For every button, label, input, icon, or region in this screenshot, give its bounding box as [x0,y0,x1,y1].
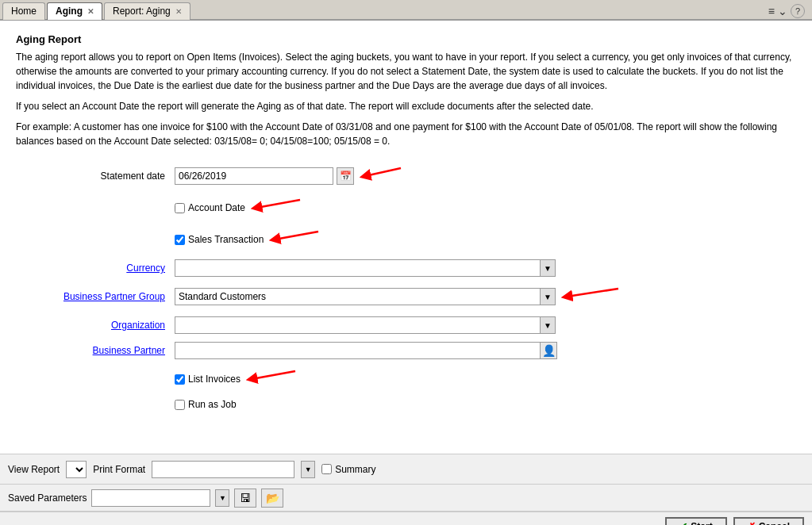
action-bar: ✔ Start ✗ Cancel [0,511,812,525]
arrow-account-date [248,196,304,220]
tab-report-aging[interactable]: Report: Aging ✕ [104,2,190,20]
svg-line-4 [252,371,295,379]
print-format-label: Print Format [93,464,145,475]
tab-aging-label: Aging [56,6,83,17]
saved-params-dropdown-btn[interactable]: ▼ [215,489,229,507]
list-invoices-label: List Invoices [188,374,241,385]
load-params-btn[interactable]: 📂 [261,489,283,508]
summary-check: Summary [321,464,375,475]
currency-input[interactable] [175,259,540,277]
expand-icon[interactable]: ⌄ [778,5,787,17]
tab-controls: ≡ ⌄ ? [768,4,810,18]
arrow-sales-transaction [267,228,322,251]
saved-params-bar: Saved Parameters ▼ 🖫 📂 [0,484,812,511]
main-content: Aging Report The aging report allows you… [0,21,812,454]
report-title: Aging Report [16,33,796,45]
bp-group-dropdown: ▼ [175,288,556,305]
bp-input[interactable] [175,342,540,359]
bottom-toolbar: View Report Print Format ▼ Summary [0,454,812,484]
svg-line-1 [256,200,300,208]
sales-transaction-row: Sales Transaction [16,228,796,251]
start-label: Start [691,521,712,525]
start-button[interactable]: ✔ Start [665,517,726,525]
account-date-row: Account Date [16,196,796,220]
bp-row: Business Partner 👤 [16,342,796,359]
tab-home-label: Home [11,6,37,17]
form-area: Statement date 📅 Account Date Sales Tra [16,164,796,410]
statement-date-row: Statement date 📅 [16,164,796,188]
cancel-button[interactable]: ✗ Cancel [733,517,804,525]
save-icon: 🖫 [240,492,251,504]
statement-date-label: Statement date [16,171,175,182]
bp-label[interactable]: Business Partner [16,345,175,356]
print-format-dropdown-btn[interactable]: ▼ [301,461,315,478]
statement-date-input[interactable] [175,167,333,185]
organization-input[interactable] [175,316,540,334]
organization-row: Organization ▼ [16,316,796,334]
calendar-icon[interactable]: 📅 [337,167,354,185]
tab-report-aging-label: Report: Aging [113,6,171,17]
help-icon[interactable]: ? [791,4,805,18]
run-as-job-label: Run as Job [188,399,237,410]
arrow-list-invoices [244,367,299,391]
currency-row: Currency ▼ [16,259,796,277]
list-invoices-checkbox[interactable] [175,374,185,385]
bp-person-icon[interactable]: 👤 [540,342,557,359]
date-container: 📅 [175,167,354,185]
organization-dropdown: ▼ [175,316,556,334]
bp-group-dropdown-btn[interactable]: ▼ [540,288,556,305]
print-format-input[interactable] [152,461,294,478]
account-date-checkbox[interactable] [175,203,185,213]
report-description2: If you select an Account Date the report… [16,99,796,113]
arrow-statement-date [357,164,405,188]
currency-label[interactable]: Currency [16,262,175,274]
cancel-x-icon: ✗ [748,521,756,525]
cancel-label: Cancel [759,521,790,525]
bp-group-input[interactable] [175,288,540,305]
report-description1: The aging report allows you to report on… [16,50,796,93]
saved-params-label: Saved Parameters [8,492,87,504]
start-check-icon: ✔ [679,521,687,525]
currency-dropdown-btn[interactable]: ▼ [540,259,556,277]
saved-params-input[interactable] [91,489,210,507]
svg-line-0 [365,168,401,176]
tab-aging[interactable]: Aging ✕ [47,2,102,20]
tab-home[interactable]: Home [2,2,45,20]
sales-transaction-label: Sales Transaction [188,234,264,245]
organization-dropdown-btn[interactable]: ▼ [540,316,556,334]
list-invoices-row: List Invoices [16,367,796,391]
sales-transaction-checkbox[interactable] [175,235,185,245]
view-report-label: View Report [8,464,60,475]
bp-dropdown: 👤 [175,342,557,359]
organization-label[interactable]: Organization [16,320,175,331]
tab-report-aging-close[interactable]: ✕ [175,7,182,16]
account-date-label: Account Date [188,202,245,213]
summary-label: Summary [335,464,375,475]
save-params-btn[interactable]: 🖫 [234,489,256,508]
tab-bar: Home Aging ✕ Report: Aging ✕ ≡ ⌄ ? [0,0,812,21]
tab-aging-close[interactable]: ✕ [87,7,94,16]
menu-icon[interactable]: ≡ [768,5,775,17]
view-report-select[interactable] [66,461,87,478]
arrow-bp-group [559,285,622,308]
summary-checkbox[interactable] [321,464,332,474]
report-description3: For example: A customer has one invoice … [16,120,796,148]
svg-line-2 [275,232,318,240]
load-icon: 📂 [266,492,279,504]
bp-group-row: Business Partner Group ▼ [16,285,796,308]
run-as-job-row: Run as Job [16,399,796,410]
run-as-job-checkbox[interactable] [175,400,185,410]
currency-dropdown: ▼ [175,259,556,277]
svg-line-3 [567,289,618,297]
bp-group-label[interactable]: Business Partner Group [16,291,175,302]
